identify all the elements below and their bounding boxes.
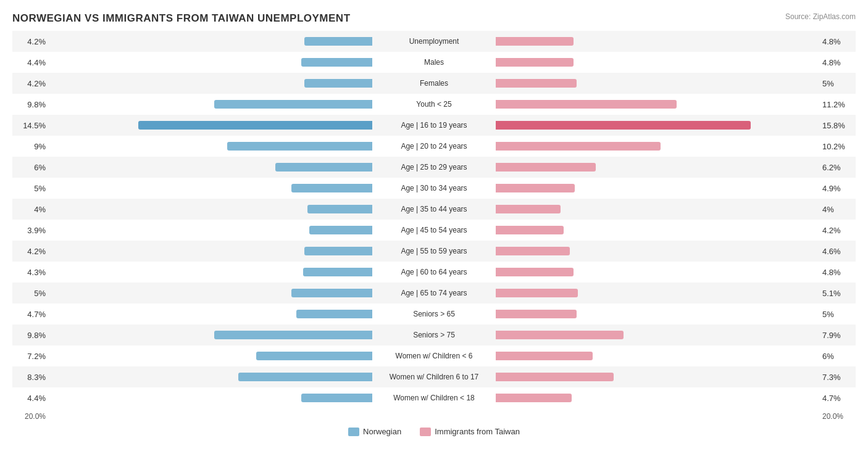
- left-value: 9.8%: [12, 331, 49, 340]
- legend-norwegian: Norwegian: [348, 427, 401, 436]
- bar-norwegian: [275, 163, 372, 172]
- legend-taiwan-label: Immigrants from Taiwan: [435, 427, 520, 436]
- right-value: 4.9%: [819, 184, 856, 193]
- left-value: 4.2%: [12, 79, 49, 88]
- bar-right-wrap: [496, 352, 819, 360]
- right-value: 6%: [819, 352, 856, 361]
- bar-label: Age | 20 to 24 years: [372, 142, 496, 151]
- bar-right-wrap: [496, 268, 819, 276]
- bar-right-wrap: [496, 37, 819, 46]
- bar-right-wrap: [496, 163, 819, 172]
- bar-taiwan: [496, 58, 574, 67]
- bar-left-wrap: [49, 289, 372, 297]
- bar-row: Age | 45 to 54 years: [49, 225, 819, 235]
- axis-right-label: 20.0%: [819, 412, 856, 421]
- chart-row: 4.4% Males 4.8%: [12, 52, 856, 73]
- bar-label: Age | 30 to 34 years: [372, 184, 496, 192]
- bar-left-wrap: [49, 58, 372, 67]
- bar-right-wrap: [496, 58, 819, 67]
- axis-row: 20.0% 20.0%: [12, 412, 856, 421]
- bar-norwegian: [301, 394, 372, 402]
- bar-label: Age | 55 to 59 years: [372, 247, 496, 255]
- bars-section: Age | 20 to 24 years: [49, 141, 819, 152]
- bar-norwegian: [238, 373, 372, 381]
- bar-label: Youth < 25: [372, 100, 496, 109]
- bars-section: Seniors > 75: [49, 329, 819, 341]
- bar-norwegian: [214, 100, 372, 109]
- bar-row: Seniors > 65: [49, 309, 819, 319]
- bar-norwegian: [309, 226, 372, 234]
- bars-section: Women w/ Children < 18: [49, 392, 819, 403]
- bar-norwegian: [227, 142, 372, 151]
- bar-taiwan: [496, 268, 574, 276]
- axis-left-label: 20.0%: [12, 412, 49, 421]
- left-value: 14.5%: [12, 121, 49, 130]
- bar-norwegian: [303, 268, 372, 276]
- bar-row: Women w/ Children < 6: [49, 351, 819, 361]
- bar-taiwan: [496, 289, 578, 297]
- bar-left-wrap: [49, 184, 372, 192]
- bars-section: Seniors > 65: [49, 308, 819, 320]
- bar-label: Age | 25 to 29 years: [372, 163, 496, 172]
- bar-left-wrap: [49, 394, 372, 402]
- bars-section: Females: [49, 78, 819, 89]
- right-value: 5.1%: [819, 289, 856, 298]
- bar-left-wrap: [49, 268, 372, 276]
- right-value: 4.8%: [819, 268, 856, 277]
- bar-row: Age | 35 to 44 years: [49, 204, 819, 214]
- bar-taiwan: [496, 37, 574, 46]
- bar-taiwan: [496, 226, 564, 234]
- bar-taiwan: [496, 310, 577, 318]
- bar-label: Age | 35 to 44 years: [372, 205, 496, 213]
- bar-left-wrap: [49, 79, 372, 88]
- bar-label: Age | 65 to 74 years: [372, 289, 496, 297]
- legend-norwegian-box: [348, 428, 359, 436]
- bars-section: Age | 45 to 54 years: [49, 225, 819, 236]
- bar-taiwan: [496, 394, 572, 402]
- bar-row: Age | 30 to 34 years: [49, 183, 819, 193]
- bar-right-wrap: [496, 289, 819, 297]
- bar-label: Males: [372, 58, 496, 67]
- bar-right-wrap: [496, 373, 819, 381]
- chart-row: 9.8% Seniors > 75 7.9%: [12, 324, 856, 345]
- bar-norwegian: [256, 352, 372, 360]
- bar-right-wrap: [496, 394, 819, 402]
- bar-row: Age | 20 to 24 years: [49, 141, 819, 151]
- bar-taiwan: [496, 205, 561, 213]
- bar-row: Youth < 25: [49, 99, 819, 109]
- right-value: 5%: [819, 79, 856, 88]
- bar-right-wrap: [496, 184, 819, 192]
- bars-section: Age | 30 to 34 years: [49, 183, 819, 194]
- bar-norwegian: [291, 289, 372, 297]
- legend-taiwan: Immigrants from Taiwan: [420, 427, 520, 436]
- bar-left-wrap: [49, 37, 372, 46]
- right-value: 11.2%: [819, 100, 856, 109]
- bar-label: Unemployment: [372, 37, 496, 46]
- bar-taiwan: [496, 100, 677, 109]
- bars-section: Age | 55 to 59 years: [49, 246, 819, 257]
- bar-row: Age | 25 to 29 years: [49, 162, 819, 172]
- bars-section: Age | 35 to 44 years: [49, 204, 819, 215]
- bars-section: Age | 16 to 19 years: [49, 120, 819, 131]
- bar-left-wrap: [49, 310, 372, 318]
- bar-left-wrap: [49, 226, 372, 234]
- bar-right-wrap: [496, 205, 819, 213]
- bar-row: Unemployment: [49, 36, 819, 46]
- bar-left-wrap: [49, 247, 372, 255]
- bars-section: Women w/ Children 6 to 17: [49, 371, 819, 382]
- bar-taiwan: [496, 142, 661, 151]
- left-value: 7.2%: [12, 352, 49, 361]
- bar-label: Females: [372, 79, 496, 88]
- left-value: 6%: [12, 163, 49, 172]
- chart-title: NORWEGIAN VS IMMIGRANTS FROM TAIWAN UNEM…: [12, 12, 856, 25]
- bar-label: Women w/ Children < 18: [372, 394, 496, 402]
- chart-row: 9.8% Youth < 25 11.2%: [12, 94, 856, 115]
- left-value: 4.3%: [12, 268, 49, 277]
- bar-label: Age | 45 to 54 years: [372, 226, 496, 234]
- chart-row: 9% Age | 20 to 24 years 10.2%: [12, 136, 856, 157]
- source-label: Source: ZipAtlas.com: [785, 12, 856, 21]
- legend-norwegian-label: Norwegian: [363, 427, 401, 436]
- left-value: 4.4%: [12, 394, 49, 403]
- bar-row: Women w/ Children < 18: [49, 393, 819, 403]
- bar-taiwan: [496, 163, 596, 172]
